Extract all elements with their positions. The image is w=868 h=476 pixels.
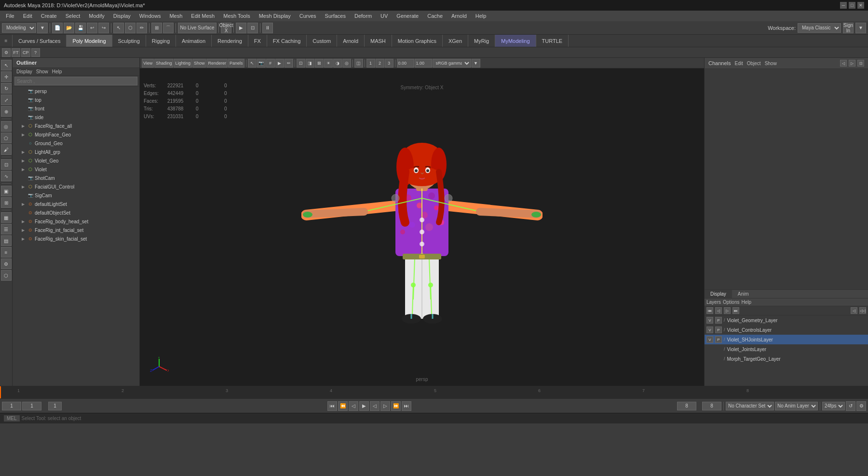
snap-grid-btn[interactable]: ⊞ [151,23,162,33]
sub-tb-ft-btn[interactable]: FT [12,48,20,57]
sign-in-btn[interactable]: Sign In [843,23,854,33]
menu-curves[interactable]: Curves [296,12,320,20]
ol-item-front[interactable]: 📷 front [13,104,139,113]
menu-cache[interactable]: Cache [423,12,447,20]
ol-item-lightall-grp[interactable]: ▶ ⬡ LightAll_grp [13,148,139,156]
tab-mymodeling[interactable]: MyModeling [495,35,536,47]
tab-animation[interactable]: Animation [176,35,212,47]
layer-vp-violet-geometry[interactable]: V [706,317,713,324]
vp-wire-btn[interactable]: ⊡ [297,59,305,68]
outliner-search-input[interactable] [14,77,137,85]
menu-edit[interactable]: Edit [19,12,36,20]
menu-uv[interactable]: UV [377,12,392,20]
vp-menu-shading[interactable]: Shading [154,59,173,68]
channels-object-btn[interactable]: Object [747,61,761,66]
menu-help[interactable]: Help [472,12,490,20]
menu-mesh-tools[interactable]: Mesh Tools [219,12,254,20]
menu-modify[interactable]: Modify [85,12,108,20]
timeline-bar[interactable]: 1 2 3 4 5 6 7 8 [0,386,868,398]
render-region-btn[interactable]: ▣ [1,186,12,196]
vp-xray-btn[interactable]: ◎ [342,59,351,68]
pb-go-start-btn[interactable]: ⏮ [327,401,337,411]
vp-val1-input[interactable] [397,59,414,68]
viewport[interactable]: View Shading Lighting Show Renderer Pane… [140,58,704,386]
pb-play-reverse-btn[interactable]: ◁ [370,401,380,411]
move-btn[interactable]: ✛ [1,71,12,82]
ol-item-facerig-body-head-set[interactable]: ▶ ⊙ FaceRig_body_head_set [13,217,139,226]
tab-rendering[interactable]: Rendering [212,35,248,47]
vp-res-low-btn[interactable]: 1 [366,59,375,68]
menu-mesh-display[interactable]: Mesh Display [255,12,295,20]
snap-pt-btn[interactable]: ⊡ [1,159,12,170]
vp-grid-btn[interactable]: # [266,59,275,68]
tab-curves-surfaces[interactable]: Curves / Surfaces [13,35,67,47]
layer-row-violet-controls[interactable]: V P / Violet_ControlsLayer [705,325,868,335]
ol-item-facerig-skin-facial-set[interactable]: ▶ ⊙ FaceRig_skin_facial_set [13,234,139,243]
menu-surfaces[interactable]: Surfaces [321,12,350,20]
menu-select[interactable]: Select [62,12,84,20]
ipr-btn[interactable]: ⊡ [247,23,258,33]
maximize-button[interactable]: □ [849,2,855,9]
ol-item-side[interactable]: 📷 side [13,113,139,122]
layers-sub-layers[interactable]: Layers [706,299,721,305]
quick-layout-btn[interactable]: ▦ [1,212,12,223]
pb-step-fwd-btn[interactable]: ⏩ [391,401,401,411]
tab-motion-graphics[interactable]: Motion Graphics [392,35,443,47]
vp-shadow-btn[interactable]: ◑ [333,59,342,68]
layer-p-morph-targetgeo[interactable] [715,355,722,362]
right-panel-expand-btn[interactable]: ◁ [840,60,847,67]
layer-p-violet-controls[interactable]: P [715,326,722,333]
vp-pencil-btn[interactable]: ✏ [285,59,293,68]
rotate-btn[interactable]: ↻ [1,83,12,94]
vp-menu-lighting[interactable]: Lighting [174,59,192,68]
tab-xgen[interactable]: XGen [443,35,468,47]
ol-item-facialGUI-control[interactable]: ▶ ⬡ FacialGUI_Control [13,182,139,191]
vp-val2-input[interactable] [415,59,432,68]
vp-playblast-btn[interactable]: ▶ [275,59,284,68]
pb-loop-btn[interactable]: ↺ [846,401,855,411]
paint-tool-btn[interactable]: ✏ [136,23,147,33]
ol-item-defaultObjectSet[interactable]: ⊙ defaultObjectSet [13,208,139,217]
outliner-menu-show[interactable]: Show [36,69,48,74]
tab-fx-caching[interactable]: FX Caching [267,35,307,47]
attr-editor-btn[interactable]: ≡ [1,247,12,258]
paint-sel-btn[interactable]: 🖌 [1,144,12,155]
redo-btn[interactable]: ↪ [98,23,109,33]
outliner-menu-display[interactable]: Display [16,69,32,74]
layer-p-violet-geometry[interactable]: P [715,317,722,324]
ol-item-facerig-int-facial-set[interactable]: ▶ ⊙ FaceRig_int_facial_set [13,226,139,234]
toolbar-btn-1[interactable]: ▼ [37,23,48,33]
viewport-canvas[interactable]: Verts: 222921 0 0 Edges: 442449 0 0 Face… [140,68,704,386]
pb-go-end-btn[interactable]: ⏭ [402,401,411,411]
object-type-btn[interactable]: Object X [221,23,231,33]
layers-tab-display[interactable]: Display [705,290,732,298]
outliner-menu-help[interactable]: Help [52,69,62,74]
vp-camera-btn[interactable]: 📷 [257,59,266,68]
ol-item-facerig-face-all[interactable]: ▶ ⬡ FaceRig_face_all [13,122,139,130]
layers-arrow1-btn[interactable]: ◁ [851,307,857,314]
vp-texture-btn[interactable]: ⊠ [315,59,324,68]
vp-shaded-btn[interactable]: ◨ [306,59,314,68]
layer-row-violet-shjoints[interactable]: V P / Violet_SHJointsLayer [705,335,868,344]
tool-settings-btn[interactable]: ⚙ [1,258,12,269]
scale-btn[interactable]: ⤢ [1,95,12,105]
undo-btn[interactable]: ↩ [87,23,97,33]
snap-curve-btn[interactable]: ⌒ [163,23,174,33]
vp-menu-view[interactable]: View [142,59,154,68]
tab-turtle[interactable]: TURTLE [536,35,569,47]
pb-prev-frame-btn[interactable]: ◁ [349,401,358,411]
vp-gamma-select[interactable]: sRGB gamma [433,59,471,68]
ol-item-violet-geo[interactable]: ▶ ⬡ Violet_Geo [13,156,139,165]
tab-arnold[interactable]: Arnold [337,35,365,47]
save-file-btn[interactable]: 💾 [75,23,86,33]
menu-arnold[interactable]: Arnold [448,12,471,20]
layer-vp-violet-controls[interactable]: V [706,326,713,333]
ol-item-ground-geo[interactable]: ○ Ground_Geo [13,139,139,148]
vp-gamma-settings-btn[interactable]: ▼ [472,59,480,68]
lasso-select-btn[interactable]: ⬠ [1,133,12,143]
layers-tab-anim[interactable]: Anim [732,290,755,298]
layer-vp-violet-joints[interactable] [706,346,713,353]
snap-crv-btn[interactable]: ∿ [1,171,12,181]
tab-rigging[interactable]: Rigging [146,35,176,47]
universal-manip-btn[interactable]: ⊕ [1,106,12,117]
